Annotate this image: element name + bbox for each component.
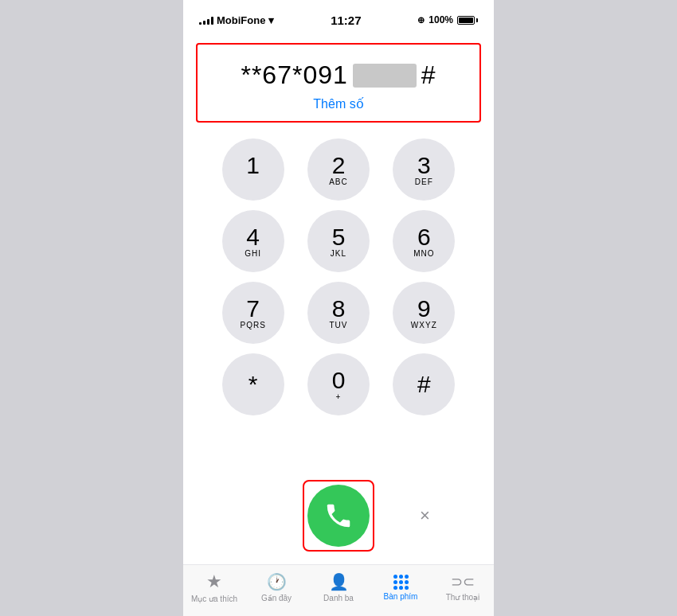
time-display: 11:27 [331, 14, 361, 27]
dial-blur-redacted [353, 64, 417, 88]
keypad-row-1: 1 2 ABC 3 DEF [215, 138, 462, 201]
tab-favorites-label: Mục ưa thích [191, 595, 237, 603]
key-4[interactable]: 4 GHI [222, 210, 284, 272]
person-icon: 👤 [329, 572, 349, 591]
call-button-wrapper [303, 480, 374, 552]
clock-icon: 🕐 [267, 572, 287, 591]
tab-keypad-label: Bàn phím [384, 592, 418, 601]
tab-bar: ★ Mục ưa thích 🕐 Gần đây 👤 Danh ba Bàn p… [183, 564, 494, 616]
dial-number-text: **67*091 [241, 60, 347, 90]
tab-contacts[interactable]: 👤 Danh ba [315, 572, 362, 602]
tab-recents[interactable]: 🕐 Gần đây [252, 572, 300, 602]
carrier-label: MobiFone [217, 14, 265, 26]
dial-hash: # [421, 60, 436, 90]
phone-frame: MobiFone ▾ 11:27 ⊕ 100% **67*091 # Thêm … [183, 0, 494, 616]
phone-icon [323, 501, 354, 531]
tab-contacts-label: Danh ba [323, 594, 354, 602]
key-5[interactable]: 5 JKL [307, 210, 370, 272]
status-left: MobiFone ▾ [199, 14, 274, 26]
tab-voicemail[interactable]: ⊃⊂ Thư thoại [439, 573, 487, 602]
dial-number: **67*091 # [217, 60, 460, 90]
signal-bars [199, 15, 213, 25]
location-icon: ⊕ [417, 15, 425, 25]
star-icon: ★ [206, 571, 222, 592]
keypad: 1 2 ABC 3 DEF 4 GHI 5 JKL 6 [183, 123, 494, 474]
key-6[interactable]: 6 MNO [393, 210, 455, 272]
dial-display: **67*091 # Thêm số [196, 43, 481, 123]
placeholder-left [229, 492, 276, 540]
grid-icon [393, 575, 409, 590]
battery-percent: 100% [429, 14, 453, 25]
keypad-row-2: 4 GHI 5 JKL 6 MNO [215, 210, 462, 272]
key-1[interactable]: 1 [222, 138, 284, 201]
key-9[interactable]: 9 WXYZ [393, 282, 455, 344]
delete-icon: × [420, 505, 430, 526]
keypad-row-4: * 0 + # [215, 353, 462, 415]
key-7[interactable]: 7 PQRS [222, 282, 284, 344]
wifi-icon: ▾ [268, 14, 274, 26]
keypad-row-3: 7 PQRS 8 TUV 9 WXYZ [215, 282, 462, 344]
key-hash[interactable]: # [393, 353, 455, 415]
tab-recents-label: Gần đây [261, 594, 292, 602]
tab-keypad[interactable]: Bàn phím [377, 575, 425, 601]
status-right: ⊕ 100% [417, 14, 478, 25]
call-button[interactable] [307, 485, 370, 547]
voicemail-icon: ⊃⊂ [451, 573, 475, 591]
key-8[interactable]: 8 TUV [307, 282, 370, 344]
add-number-button[interactable]: Thêm số [217, 96, 460, 111]
tab-favorites[interactable]: ★ Mục ưa thích [190, 571, 238, 603]
key-2[interactable]: 2 ABC [307, 138, 370, 201]
status-bar: MobiFone ▾ 11:27 ⊕ 100% [183, 0, 494, 35]
tab-voicemail-label: Thư thoại [446, 593, 480, 602]
action-row: × [183, 474, 494, 564]
key-star[interactable]: * [222, 353, 284, 415]
key-0[interactable]: 0 + [307, 353, 370, 415]
battery-indicator [457, 16, 478, 25]
key-3[interactable]: 3 DEF [393, 138, 455, 201]
delete-button[interactable]: × [401, 492, 448, 540]
